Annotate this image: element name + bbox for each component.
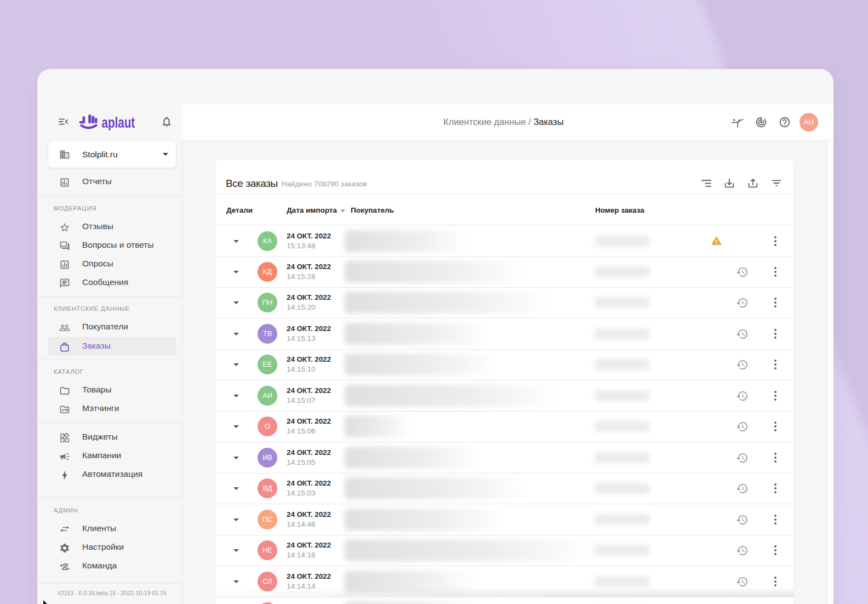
- svg-text:aplaut: aplaut: [102, 114, 135, 130]
